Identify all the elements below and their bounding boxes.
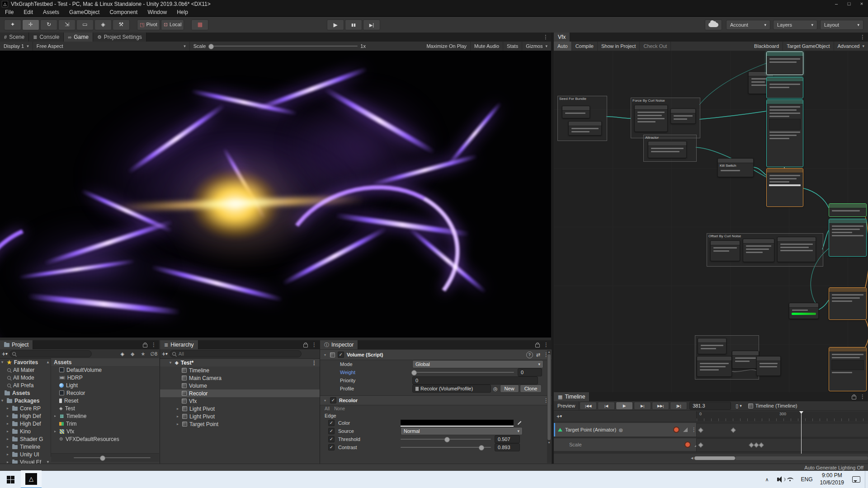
timeline-asset-breadcrumb[interactable]: Timeline (Timeline) (748, 403, 797, 408)
help-icon[interactable]: ? (526, 352, 533, 358)
transform-tool-icon[interactable]: ◈ (94, 19, 112, 30)
frame-field[interactable]: 381.3 (689, 402, 731, 410)
keyframe[interactable] (759, 442, 764, 447)
vfx-advanced-dropdown[interactable]: Advanced▾ (834, 42, 868, 51)
create-object-button[interactable]: +▾ (160, 350, 170, 357)
tab-hierarchy[interactable]: ≣Hierarchy (160, 340, 198, 349)
tree-folder[interactable]: ▸Core RP (0, 404, 51, 412)
asset-item[interactable]: Reset (51, 397, 159, 404)
tree-folder-assets[interactable]: Assets (0, 389, 51, 397)
tray-chevron-icon[interactable]: ∧ (761, 477, 773, 483)
hierarchy-search-input[interactable] (178, 351, 299, 357)
favorites-foldout[interactable]: ▾ ★ Favorites ▲ (0, 358, 51, 366)
gizmos-dropdown[interactable]: Gizmos▾ (522, 42, 551, 51)
hand-tool-icon[interactable]: ✦ (4, 19, 21, 30)
more-options-icon[interactable]: ⋮ (860, 394, 865, 400)
asset-item[interactable]: HDHDRP (51, 374, 159, 381)
tab-timeline[interactable]: ▦Timeline (554, 392, 590, 401)
curve-view-icon[interactable] (683, 427, 688, 432)
tab-console[interactable]: ≣Console (29, 33, 64, 42)
asset-item[interactable]: Trim (51, 420, 159, 427)
vfx-node[interactable] (670, 108, 696, 124)
tree-folder[interactable]: ▸Unity UI (0, 450, 51, 458)
vfx-node[interactable] (698, 338, 726, 354)
language-indicator[interactable]: ENG (797, 476, 816, 483)
vfx-auto-toggle[interactable]: Auto (554, 42, 572, 51)
goto-end-button[interactable]: ▶▶| (652, 402, 669, 410)
hierarchy-item-selected[interactable]: Recolor (160, 389, 320, 397)
tree-folder[interactable]: ▸Kino (0, 427, 51, 435)
tree-folder[interactable]: ▸Shader G (0, 435, 51, 443)
asset-zoom-slider[interactable] (74, 457, 151, 458)
timeline-scrollbar[interactable]: ◀ (689, 455, 868, 461)
override-all-button[interactable]: All (325, 406, 330, 411)
tree-folder[interactable]: ▸Timeline (0, 443, 51, 450)
favorites-item[interactable]: All Mode (0, 374, 51, 381)
add-track-button[interactable]: +▾ (554, 413, 565, 420)
more-options-icon[interactable]: ⋮ (311, 342, 317, 348)
more-options-icon[interactable]: ⋮ (543, 342, 549, 348)
vfx-node[interactable] (634, 105, 668, 132)
asset-item[interactable]: ▸▦Timeline (51, 412, 159, 420)
clip-view-dropdown[interactable]: ▯▾ (736, 403, 742, 409)
prev-frame-button[interactable]: |◀ (598, 402, 615, 410)
vfx-node[interactable] (648, 141, 687, 158)
hierarchy-item[interactable]: Main Camera (160, 374, 320, 382)
rect-tool-icon[interactable]: ▭ (76, 19, 94, 30)
project-search[interactable] (9, 350, 92, 357)
rotate-tool-icon[interactable]: ↻ (40, 19, 57, 30)
object-picker-icon[interactable]: ◎ (619, 427, 623, 432)
start-button[interactable] (0, 471, 21, 488)
lock-icon[interactable] (143, 344, 147, 347)
pause-button[interactable]: ▮▮ (345, 19, 362, 30)
minimize-button[interactable]: – (830, 0, 843, 8)
keyframe[interactable] (731, 427, 736, 432)
vfx-node[interactable] (777, 237, 816, 262)
vfx-compile-button[interactable]: Compile (572, 42, 598, 51)
vfx-node-kill-switch[interactable]: Kill Switch (717, 158, 754, 177)
menu-gameobject[interactable]: GameObject (64, 8, 104, 16)
contrast-slider[interactable] (401, 447, 491, 448)
profile-clone-button[interactable]: Clone (520, 385, 542, 393)
vfx-context-node[interactable] (766, 77, 803, 99)
override-none-button[interactable]: None (334, 406, 345, 411)
scale-slider-track[interactable] (208, 46, 358, 47)
threshold-knob[interactable] (444, 437, 450, 442)
lock-icon[interactable] (852, 396, 856, 399)
menu-assets[interactable]: Assets (38, 8, 64, 16)
weight-knob[interactable] (411, 370, 417, 375)
expand-icon[interactable]: ▸ (51, 429, 57, 433)
vfx-context-node[interactable] (829, 347, 867, 391)
lock-icon[interactable] (535, 344, 540, 347)
asset-item[interactable]: DefaultVolume (51, 366, 159, 374)
vfx-context-node[interactable] (829, 287, 867, 320)
custom-tool-icon[interactable]: ⚒ (113, 19, 130, 30)
mode-dropdown[interactable]: Global▾ (412, 360, 543, 368)
contrast-field[interactable]: 0.893 (495, 443, 520, 451)
hierarchy-item[interactable]: ▸Light Pivot (160, 413, 320, 420)
tab-inspector[interactable]: ⓘInspector (320, 340, 358, 349)
aspect-dropdown[interactable]: Free Aspect▾ (33, 42, 190, 51)
step-button[interactable]: ▶| (363, 19, 380, 30)
local-toggle[interactable]: ⊡ Local (161, 19, 184, 30)
cloud-services-button[interactable] (705, 19, 722, 30)
source-dropdown[interactable]: Normal▾ (401, 427, 523, 435)
game-viewport[interactable] (0, 51, 551, 338)
tree-folder[interactable]: ▸High Def (0, 420, 51, 427)
track-lane[interactable] (696, 438, 868, 452)
vfx-context-node[interactable] (829, 219, 867, 257)
expand-icon[interactable]: ▸ (175, 414, 180, 418)
menu-component[interactable]: Component (104, 8, 142, 16)
color-override-checkbox[interactable]: ✓ (328, 420, 335, 426)
profile-new-button[interactable]: New (500, 385, 519, 393)
more-options-icon[interactable]: ⋮ (151, 342, 156, 348)
vfx-context-node[interactable] (829, 203, 867, 217)
clock[interactable]: 9:00 PM 10/6/2019 (816, 472, 848, 486)
record-button[interactable] (673, 427, 679, 433)
layout-dropdown[interactable]: Layout ▾ (820, 20, 863, 30)
hierarchy-item[interactable]: Timeline (160, 366, 320, 374)
keyframe[interactable] (698, 442, 703, 447)
expand-icon[interactable]: ▸ (175, 422, 180, 426)
menu-edit[interactable]: Edit (19, 8, 38, 16)
track-lane[interactable] (696, 423, 868, 437)
